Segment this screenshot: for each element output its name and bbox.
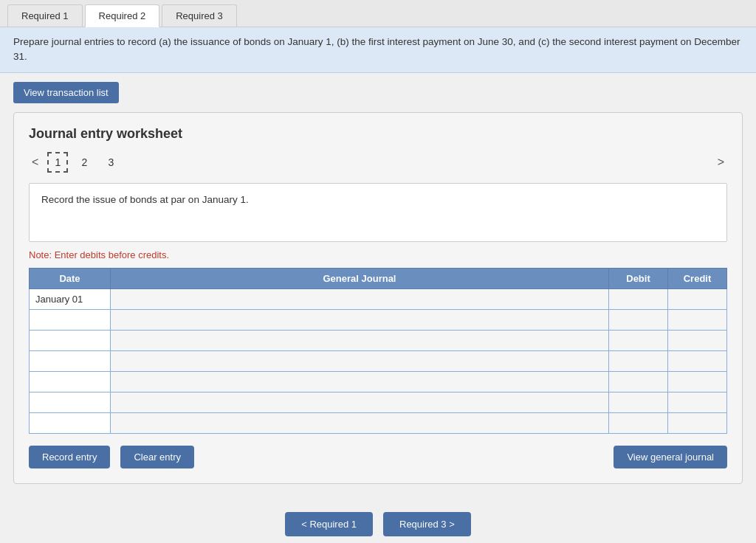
col-date: Date — [30, 268, 111, 288]
instruction-text: Prepare journal entries to record (a) th… — [13, 36, 740, 62]
credit-input-3[interactable] — [668, 351, 726, 371]
credit-cell-6[interactable] — [668, 412, 727, 433]
journal-input-0[interactable] — [111, 289, 608, 309]
date-cell-1 — [30, 309, 111, 330]
view-general-journal-button[interactable]: View general journal — [614, 446, 727, 468]
journal-entry-card: Journal entry worksheet < 1 2 3 > Record… — [13, 112, 743, 484]
journal-cell-5[interactable] — [111, 392, 609, 412]
pagination: < 1 2 3 > — [29, 152, 727, 173]
nav-footer: < Required 1 Required 3 > — [0, 497, 756, 544]
tab-required2[interactable]: Required 2 — [85, 4, 160, 27]
card-title: Journal entry worksheet — [29, 126, 727, 142]
journal-input-4[interactable] — [111, 372, 608, 392]
debit-input-0[interactable] — [609, 289, 667, 309]
credit-cell-2[interactable] — [668, 330, 727, 350]
credit-input-2[interactable] — [668, 331, 726, 350]
credit-input-4[interactable] — [668, 372, 726, 392]
clear-entry-button[interactable]: Clear entry — [120, 446, 194, 468]
action-bar: View transaction list — [0, 73, 756, 112]
next-page-arrow[interactable]: > — [715, 154, 727, 170]
col-credit: Credit — [668, 268, 727, 288]
debit-cell-6[interactable] — [609, 412, 668, 433]
col-general-journal: General Journal — [111, 268, 609, 288]
debit-input-1[interactable] — [609, 310, 667, 330]
prev-page-arrow[interactable]: < — [29, 154, 41, 170]
table-row — [30, 330, 727, 350]
journal-cell-2[interactable] — [111, 330, 609, 350]
col-debit: Debit — [609, 268, 668, 288]
journal-cell-6[interactable] — [111, 412, 609, 433]
table-row: January 01 — [30, 288, 727, 309]
credit-input-6[interactable] — [668, 413, 726, 433]
debit-input-2[interactable] — [609, 331, 667, 350]
credit-cell-1[interactable] — [668, 309, 727, 330]
credit-cell-4[interactable] — [668, 371, 727, 392]
description-box: Record the issue of bonds at par on Janu… — [29, 183, 727, 242]
date-cell-3 — [30, 350, 111, 371]
tab-required3[interactable]: Required 3 — [162, 4, 237, 27]
debit-cell-0[interactable] — [609, 288, 668, 309]
date-cell-6 — [30, 412, 111, 433]
debit-input-5[interactable] — [609, 392, 667, 412]
debit-cell-5[interactable] — [609, 392, 668, 412]
view-transaction-list-button[interactable]: View transaction list — [13, 82, 119, 103]
date-cell-5 — [30, 392, 111, 412]
date-cell-4 — [30, 371, 111, 392]
journal-input-5[interactable] — [111, 392, 608, 412]
date-cell-0: January 01 — [30, 288, 111, 309]
date-cell-2 — [30, 330, 111, 350]
instruction-banner: Prepare journal entries to record (a) th… — [0, 27, 756, 73]
page-3[interactable]: 3 — [100, 152, 121, 173]
table-row — [30, 392, 727, 412]
journal-cell-4[interactable] — [111, 371, 609, 392]
journal-input-1[interactable] — [111, 310, 608, 330]
page-1[interactable]: 1 — [47, 152, 68, 173]
journal-table: Date General Journal Debit Credit Januar… — [29, 268, 727, 434]
journal-input-2[interactable] — [111, 331, 608, 350]
debit-cell-3[interactable] — [609, 350, 668, 371]
note-text: Note: Enter debits before credits. — [29, 249, 727, 260]
credit-cell-5[interactable] — [668, 392, 727, 412]
debit-input-3[interactable] — [609, 351, 667, 371]
table-row — [30, 309, 727, 330]
journal-cell-0[interactable] — [111, 288, 609, 309]
credit-input-5[interactable] — [668, 392, 726, 412]
credit-cell-3[interactable] — [668, 350, 727, 371]
journal-input-6[interactable] — [111, 413, 608, 433]
journal-cell-3[interactable] — [111, 350, 609, 371]
tab-required1[interactable]: Required 1 — [7, 4, 83, 27]
debit-cell-2[interactable] — [609, 330, 668, 350]
credit-input-0[interactable] — [668, 289, 726, 309]
tabs-bar: Required 1 Required 2 Required 3 — [0, 0, 756, 27]
entry-buttons: Record entry Clear entry View general jo… — [29, 446, 727, 468]
next-required-button[interactable]: Required 3 > — [383, 512, 471, 536]
debit-cell-1[interactable] — [609, 309, 668, 330]
page-2[interactable]: 2 — [74, 152, 94, 173]
credit-cell-0[interactable] — [668, 288, 727, 309]
debit-input-6[interactable] — [609, 413, 667, 433]
prev-required-button[interactable]: < Required 1 — [285, 512, 373, 536]
table-row — [30, 350, 727, 371]
journal-input-3[interactable] — [111, 351, 608, 371]
description-text: Record the issue of bonds at par on Janu… — [41, 194, 249, 205]
record-entry-button[interactable]: Record entry — [29, 446, 110, 468]
credit-input-1[interactable] — [668, 310, 726, 330]
table-row — [30, 412, 727, 433]
table-row — [30, 371, 727, 392]
debit-input-4[interactable] — [609, 372, 667, 392]
journal-cell-1[interactable] — [111, 309, 609, 330]
debit-cell-4[interactable] — [609, 371, 668, 392]
